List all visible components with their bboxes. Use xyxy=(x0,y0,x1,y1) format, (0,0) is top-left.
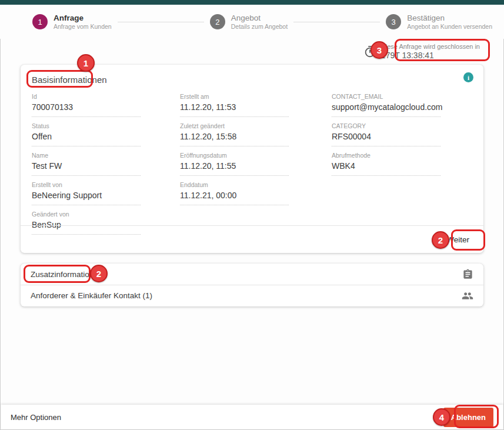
closing-countdown: Diese Anfrage wird geschlossen in 179T 1… xyxy=(359,41,485,62)
rfq-detail-page: 1 Anfrage Anfrage vom Kunden 2 Angebot D… xyxy=(0,0,504,430)
step-3-subtitle: Angebot an Kunden versenden xyxy=(407,23,492,31)
field-abrufmethode: Abrufmethode WBK4 xyxy=(332,152,440,176)
stepper-connector xyxy=(118,22,204,22)
countdown-value: 179T 13:38:41 xyxy=(381,51,480,61)
field-value: support@mycatalogcloud.com xyxy=(332,102,440,112)
field-enddatum: Enddatum 11.12.21, 00:00 xyxy=(180,181,289,205)
contact-row-label: Anforderer & Einkäufer Kontakt (1) xyxy=(31,291,152,300)
field-value: 11.12.20, 11:55 xyxy=(180,161,289,171)
field-label: Erstellt am xyxy=(180,93,289,101)
more-options-button[interactable]: Mehr Optionen xyxy=(11,413,61,422)
field-label: Geändert von xyxy=(32,211,141,218)
step-bestaetigen[interactable]: 3 Bestätigen Angebot an Kunden versenden xyxy=(386,14,492,31)
clipboard-icon xyxy=(462,269,473,280)
field-value: BeNeering Support xyxy=(32,190,141,201)
step-1-subtitle: Anfrage vom Kunden xyxy=(54,23,112,31)
card-title: Basisinformationen xyxy=(32,75,107,85)
step-2-title: Angebot xyxy=(231,14,288,23)
zusatzinformation-row[interactable]: Zusatzinformation xyxy=(21,264,483,285)
step-3-circle: 3 xyxy=(386,14,401,29)
app-top-bar xyxy=(0,0,504,5)
field-value: Offen xyxy=(32,131,141,142)
field-label: Abrufmethode xyxy=(332,152,440,159)
field-eroeffnungsdatum: Eröffnungsdatum 11.12.20, 11:55 xyxy=(180,152,289,176)
zusatzinformation-label: Zusatzinformation xyxy=(31,270,94,279)
bottom-action-bar: Mehr Optionen Ablehnen xyxy=(1,405,503,429)
step-angebot[interactable]: 2 Angebot Details zum Angebot xyxy=(210,14,288,31)
field-contact-email: CONTACT_EMAIL support@mycatalogcloud.com xyxy=(332,93,440,117)
step-1-circle: 1 xyxy=(32,14,48,29)
field-value: WBK4 xyxy=(332,161,440,171)
field-zuletzt-geaendert: Zuletzt geändert 11.12.20, 15:58 xyxy=(180,122,289,146)
wizard-stepper: 1 Anfrage Anfrage vom Kunden 2 Angebot D… xyxy=(0,5,504,39)
field-label: CONTACT_EMAIL xyxy=(332,93,440,101)
step-anfrage[interactable]: 1 Anfrage Anfrage vom Kunden xyxy=(32,14,112,31)
field-label: CATEGORY xyxy=(332,122,440,130)
field-label: Erstellt von xyxy=(32,181,141,189)
field-id: Id 700070133 xyxy=(32,93,141,117)
stepper-connector xyxy=(293,22,380,22)
field-label: Status xyxy=(32,122,141,130)
fields-column-2: Erstellt am 11.12.20, 11:53 Zuletzt geän… xyxy=(180,93,332,240)
fields-column-3: CONTACT_EMAIL support@mycatalogcloud.com… xyxy=(332,93,472,240)
step-1-title: Anfrage xyxy=(54,14,112,23)
countdown-label: Diese Anfrage wird geschlossen in xyxy=(381,42,480,51)
weiter-button[interactable]: Weiter xyxy=(440,231,475,248)
fields-column-1: Id 700070133 Status Offen Name Test FW E… xyxy=(32,93,180,240)
people-icon xyxy=(462,290,473,302)
field-label: Enddatum xyxy=(180,181,289,189)
field-value: 700070133 xyxy=(32,102,141,112)
step-2-circle: 2 xyxy=(210,14,225,29)
card-footer: Weiter xyxy=(21,225,483,253)
field-category: CATEGORY RFS00004 xyxy=(332,122,440,146)
info-icon[interactable]: i xyxy=(463,72,473,82)
field-value: Test FW xyxy=(32,161,141,171)
field-erstellt-am: Erstellt am 11.12.20, 11:53 xyxy=(180,93,289,117)
field-status: Status Offen xyxy=(32,122,141,146)
field-label: Id xyxy=(32,93,141,101)
contact-row[interactable]: Anforderer & Einkäufer Kontakt (1) xyxy=(21,285,483,306)
field-label: Name xyxy=(32,152,141,159)
field-value: 11.12.20, 11:53 xyxy=(180,102,289,112)
zusatzinformation-card: Zusatzinformation Anforderer & Einkäufer… xyxy=(21,264,483,306)
field-value: 11.12.20, 15:58 xyxy=(180,131,289,142)
field-value: RFS00004 xyxy=(332,131,440,142)
field-value: 11.12.21, 00:00 xyxy=(180,190,289,201)
field-label: Zuletzt geändert xyxy=(180,122,289,130)
fields-grid: Id 700070133 Status Offen Name Test FW E… xyxy=(32,93,472,240)
stopwatch-icon xyxy=(363,45,376,58)
field-label: Eröffnungsdatum xyxy=(180,152,289,159)
step-3-title: Bestätigen xyxy=(407,14,492,23)
basisinformationen-card: Basisinformationen i Id 700070133 Status… xyxy=(21,65,483,253)
field-erstellt-von: Erstellt von BeNeering Support xyxy=(32,181,141,205)
ablehnen-button[interactable]: Ablehnen xyxy=(443,408,493,427)
field-name: Name Test FW xyxy=(32,152,141,176)
step-2-subtitle: Details zum Angebot xyxy=(231,23,288,31)
